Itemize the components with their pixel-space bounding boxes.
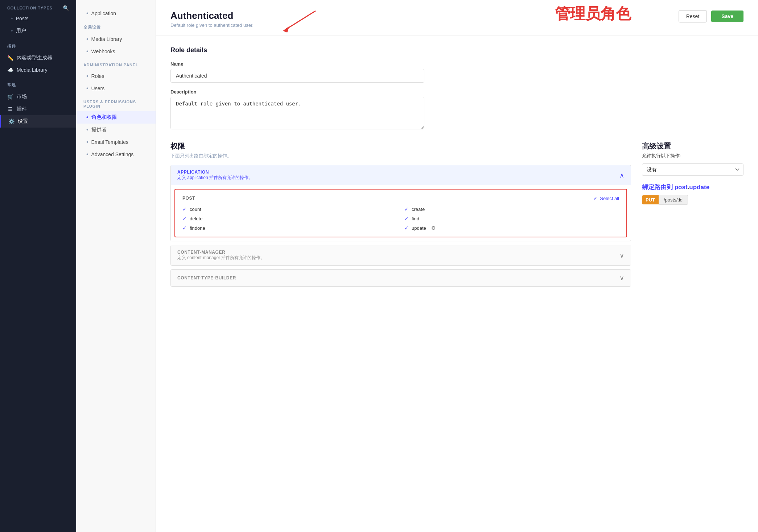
gear-icon: ⚙️: [8, 119, 14, 124]
select-all-button[interactable]: ✓ Select all: [593, 195, 619, 201]
advanced-select[interactable]: 没有: [642, 163, 743, 176]
header-buttons: Reset Save: [679, 10, 743, 22]
page-title: Authenticated: [170, 10, 254, 21]
page-subtitle: Default role given to authenticated user…: [170, 22, 254, 28]
nav-item-webhooks[interactable]: Webhooks: [76, 45, 156, 58]
roles-nav-label: Roles: [91, 73, 104, 79]
search-icon[interactable]: 🔍: [63, 5, 69, 11]
content-type-builder-section: CONTENT-TYPE-BUILDER ∨: [170, 269, 631, 287]
svg-line-0: [287, 11, 316, 29]
select-all-label: Select all: [600, 196, 619, 201]
nav-item-roles[interactable]: Roles: [76, 70, 156, 82]
bound-route-entity: post: [675, 184, 688, 191]
market-label: 市场: [17, 93, 27, 100]
perm-find-label: find: [412, 216, 419, 221]
permissions-layout: 权限 下面只列出路由绑定的操作。 APPLICATION 定义 applicat…: [170, 141, 743, 290]
reset-button[interactable]: Reset: [679, 10, 707, 22]
name-label: Name: [170, 61, 743, 67]
media-library-nav-label: Media Library: [91, 36, 122, 42]
description-label: Description: [170, 89, 743, 95]
perm-create-label: create: [412, 207, 425, 212]
permissions-panel: 权限 下面只列出路由绑定的操作。 APPLICATION 定义 applicat…: [170, 141, 631, 290]
sidebar-item-media-library[interactable]: ☁️ Media Library: [0, 64, 76, 76]
check-count-icon: ✓: [182, 206, 187, 212]
perm-update-label: update: [412, 225, 426, 231]
svg-marker-1: [283, 26, 289, 33]
permissions-title: 权限: [170, 141, 631, 151]
perm-update: ✓ update ⚙: [404, 225, 619, 231]
sidebar: COLLECTION TYPES 🔍 Posts 用户 插件 ✏️ 内容类型生成…: [0, 0, 76, 532]
check-create-icon: ✓: [404, 206, 409, 212]
perm-delete: ✓ delete: [182, 216, 397, 221]
nav-item-application[interactable]: Application: [76, 7, 156, 20]
save-button[interactable]: Save: [711, 11, 743, 22]
application-section-header-left: APPLICATION 定义 application 插件所有允许的操作。: [177, 170, 253, 181]
chevron-up-icon: ∧: [619, 171, 624, 179]
nav-item-email-templates[interactable]: Email Templates: [76, 136, 156, 148]
sidebar-item-market[interactable]: 🛒 市场: [0, 91, 76, 103]
application-section-header[interactable]: APPLICATION 定义 application 插件所有允许的操作。 ∧: [171, 165, 631, 185]
content-manager-header-left: CONTENT-MANAGER 定义 content-manager 插件所有允…: [177, 250, 265, 261]
header-left: Authenticated Default role given to auth…: [170, 10, 254, 28]
cloud-icon: ☁️: [7, 67, 13, 73]
sidebar-item-plugins[interactable]: ☰ 插件: [0, 103, 76, 115]
check-findone-icon: ✓: [182, 225, 187, 231]
media-library-label: Media Library: [17, 67, 48, 73]
settings-label: 设置: [18, 118, 28, 125]
market-icon: 🛒: [7, 94, 13, 100]
advanced-panel: 高级设置 允许执行以下操作: 没有 绑定路由到 post.update PUT …: [642, 141, 743, 205]
webhooks-nav-label: Webhooks: [91, 49, 115, 54]
plugins-label: 插件: [17, 106, 27, 112]
advanced-subtitle: 允许执行以下操作:: [642, 153, 743, 159]
nav-item-users[interactable]: Users: [76, 82, 156, 95]
check-all-icon: ✓: [593, 195, 598, 201]
admin-panel-label: ADMINISTRATION PANEL: [76, 58, 156, 70]
perm-count: ✓ count: [182, 206, 397, 212]
application-section: APPLICATION 定义 application 插件所有允许的操作。 ∧ …: [170, 165, 631, 241]
chinese-annotation: 管理员角色: [555, 4, 631, 24]
sidebar-item-posts[interactable]: Posts: [0, 12, 76, 25]
post-header: POST ✓ Select all: [182, 195, 619, 201]
nav-item-providers[interactable]: 提供者: [76, 124, 156, 136]
global-settings-label: 全局设置: [76, 20, 156, 33]
bound-route-prefix: 绑定路由到: [642, 184, 675, 191]
sidebar-item-users[interactable]: 用户: [0, 25, 76, 37]
content-manager-header[interactable]: CONTENT-MANAGER 定义 content-manager 插件所有允…: [171, 245, 631, 265]
sidebar-item-content-type-gen[interactable]: ✏️ 内容类型生成器: [0, 52, 76, 64]
permissions-grid: ✓ count ✓ create ✓ delete: [182, 206, 619, 231]
description-form-group: Description Default role given to authen…: [170, 89, 743, 130]
route-method: PUT: [642, 195, 659, 204]
name-input[interactable]: [170, 69, 424, 83]
settings-gear-icon[interactable]: ⚙: [431, 225, 436, 231]
users-label: 用户: [16, 28, 26, 34]
nav-item-advanced-settings[interactable]: Advanced Settings: [76, 148, 156, 161]
description-textarea[interactable]: Default role given to authenticated user…: [170, 97, 424, 129]
content-type-builder-title: CONTENT-TYPE-BUILDER: [177, 275, 236, 280]
bound-route-action: update: [689, 184, 709, 191]
perm-find: ✓ find: [404, 216, 619, 221]
content-manager-section: CONTENT-MANAGER 定义 content-manager 插件所有允…: [170, 245, 631, 266]
sidebar-item-settings[interactable]: ⚙️ 设置: [0, 115, 76, 128]
content-header: Authenticated Default role given to auth…: [156, 0, 758, 36]
collection-types-label: COLLECTION TYPES: [7, 6, 53, 10]
content-body: Role details Name Description Default ro…: [156, 36, 758, 301]
application-label: Application: [91, 11, 116, 16]
perm-findone: ✓ findone: [182, 225, 397, 231]
email-templates-label: Email Templates: [91, 139, 128, 145]
role-details-title: Role details: [170, 46, 743, 54]
nav-item-media-library[interactable]: Media Library: [76, 33, 156, 45]
route-badge: PUT /posts/:id: [642, 195, 743, 205]
post-section: POST ✓ Select all ✓ count: [174, 189, 627, 237]
content-type-builder-chevron-icon: ∨: [619, 274, 624, 282]
perm-findone-label: findone: [190, 225, 205, 231]
content-manager-subtitle: 定义 content-manager 插件所有允许的操作。: [177, 255, 265, 261]
perm-delete-label: delete: [190, 216, 202, 221]
content-type-builder-header[interactable]: CONTENT-TYPE-BUILDER ∨: [171, 270, 631, 286]
pencil-icon: ✏️: [7, 55, 13, 61]
content-type-builder-header-left: CONTENT-TYPE-BUILDER: [177, 275, 236, 280]
application-subtitle: 定义 application 插件所有允许的操作。: [177, 175, 253, 181]
users-plugin-label: USERS & PERMISSIONS PLUGIN: [76, 95, 156, 111]
nav-item-roles-permissions[interactable]: 角色和权限: [76, 111, 156, 124]
content-manager-title: CONTENT-MANAGER: [177, 250, 265, 255]
general-section-label: 常规: [0, 76, 76, 91]
